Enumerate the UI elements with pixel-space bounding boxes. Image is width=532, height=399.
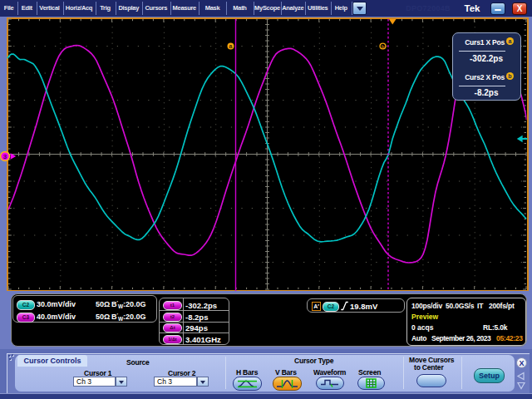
svg-text:3: 3 [3, 153, 7, 160]
svg-text:b: b [382, 44, 385, 49]
svg-text:a: a [229, 43, 233, 49]
